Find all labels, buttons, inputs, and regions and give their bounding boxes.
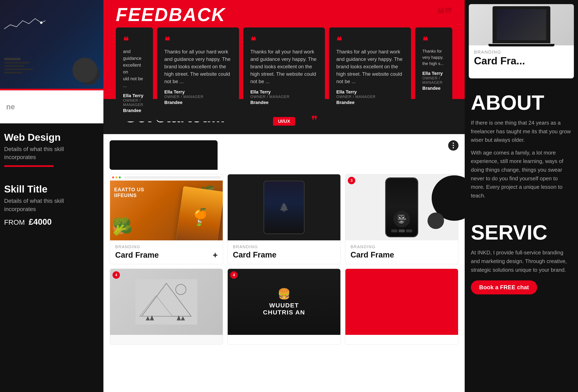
work-card-info-3: BRANDING Card Frame <box>345 240 458 263</box>
svg-rect-6 <box>135 279 197 325</box>
food-site-content: EAATTO USIIFEUINS 🌿 <box>110 180 223 240</box>
feedback-brand-1: Brandee <box>164 100 232 105</box>
about-section: ABOUT If there is one thing that 24 year… <box>465 83 578 212</box>
feedback-text-2: Thanks for all your hard work and guidan… <box>250 48 318 85</box>
svg-rect-2 <box>4 62 29 64</box>
deco-circle-small <box>428 213 444 229</box>
card-plus-1: + <box>213 251 218 260</box>
work-section-header: MY WORK <box>110 140 458 170</box>
tablet-screen-content: 🌲 <box>264 181 304 233</box>
quote-mark-card1: ❝ <box>164 36 232 46</box>
feedback-author-1: Ella Terry <box>164 89 232 95</box>
laptop-screen <box>497 9 546 40</box>
card-title-1: Card Frame <box>115 251 159 260</box>
laptop-mockup <box>492 6 550 43</box>
card-number-3: 3 <box>348 177 355 184</box>
laptop-base <box>488 44 554 46</box>
card-category-2: BRANDING <box>233 245 335 249</box>
web-design-underline <box>4 165 54 167</box>
skill-title-section: Skill Title Details of what this skill i… <box>0 173 103 232</box>
services-title: SERVIC <box>471 220 572 244</box>
work-card-1[interactable]: EAATTO USIIFEUINS 🌿 <box>110 174 223 264</box>
feedback-author-2: Ella Terry <box>250 89 318 95</box>
laptop-screen-content <box>497 9 546 40</box>
feedback-role-partial-right: OWNER / MANAGER <box>422 76 445 85</box>
svg-rect-1 <box>4 58 21 60</box>
work-card-image-2: 🌲 <box>228 174 340 240</box>
card-title-row-1: Card Frame + <box>115 251 218 260</box>
sketch-content <box>110 269 223 335</box>
price-label: FROM <box>4 218 25 226</box>
feedback-section: FEEDBACK ❝❞ ❝ and guidanceexcellent onul… <box>103 0 465 99</box>
work-card-5[interactable]: 4 🍔 WUUDETCHUTRIS AN <box>227 268 341 345</box>
quote-icon-top: ❝❞ <box>436 7 452 21</box>
web-design-desc: Details of what this skill incorporates <box>4 145 97 161</box>
feedback-card-partial-left: ❝ and guidanceexcellent onuld not be ...… <box>116 27 153 122</box>
feedback-text-partial-right: Thanks forvery happy.the high s... <box>422 48 445 67</box>
right-branding-card[interactable]: BRANDING Card Fra... <box>469 4 574 78</box>
work-card-info-6 <box>345 335 458 344</box>
phone-device: 👺 <box>385 177 418 237</box>
feedback-text-partial: and guidanceexcellent onuld not be ... <box>123 48 146 89</box>
phone-btn-1 <box>391 229 397 232</box>
work-card-4[interactable]: 4 <box>110 268 223 345</box>
red-quote-decorations-2: ❝ <box>262 17 266 27</box>
browser-dot-yellow <box>115 176 117 178</box>
feedback-card-3: ❝ Thanks for all your hard work and guid… <box>329 27 411 122</box>
card-title-row-3: Card Frame <box>350 251 453 259</box>
character-icon: 👺 <box>396 214 407 224</box>
feedback-card-partial-right: ❝ Thanks forvery happy.the high s... Ell… <box>415 27 452 122</box>
book-free-chat-button[interactable]: Book a FREE chat <box>471 280 537 294</box>
three-dots-button[interactable] <box>448 140 458 151</box>
quote-mark-partial-right: ❝ <box>422 36 445 46</box>
services-text: At INKD, I provide full-service branding… <box>471 248 572 274</box>
work-card-6[interactable] <box>345 268 458 345</box>
red-quote-decorations: ❝ <box>253 21 259 33</box>
price-value: £4000 <box>29 217 52 226</box>
feedback-role-1: OWNER / MANAGER <box>164 95 232 99</box>
feedback-role-3: OWNER / MANAGER <box>336 95 404 99</box>
my-work-title-container: MY WORK <box>110 140 218 170</box>
feedback-role-2: OWNER / MANAGER <box>250 95 318 99</box>
work-card-image-5: 🍔 WUUDETCHUTRIS AN <box>228 269 340 335</box>
food-overlay-card: 🍊 🍃 <box>176 186 223 240</box>
right-card-category: BRANDING <box>474 49 569 55</box>
svg-rect-5 <box>4 72 23 73</box>
tablet-device: 🌲 <box>263 180 305 234</box>
feedback-brand-partial: Brandee <box>123 108 146 113</box>
panel-lines-icon <box>4 58 41 78</box>
quote-mark-1: ❝ <box>123 36 146 46</box>
feedback-text-1: Thanks for all your hard work and guidan… <box>164 48 232 85</box>
circle-chart-icon <box>79 64 99 85</box>
red-dots-decoration: ❞ <box>311 113 319 128</box>
feedback-author-partial-right: Ella Terry <box>422 71 445 76</box>
skill-title: Skill Title <box>4 183 97 195</box>
skill-price: FROM £4000 <box>4 217 97 226</box>
work-card-image-1: EAATTO USIIFEUINS 🌿 <box>110 174 223 240</box>
sidebar-white-text: ne <box>6 103 15 111</box>
work-section: MY WORK <box>103 134 465 392</box>
work-card-2[interactable]: 🌲 BRANDING Card Frame <box>227 174 341 264</box>
right-card-image <box>469 4 574 45</box>
burger-emoji: 🍔 <box>263 288 305 300</box>
svg-rect-4 <box>4 69 33 70</box>
feedback-card-1: ❝ Thanks for all your hard work and guid… <box>157 27 239 122</box>
feedback-brand-3: Brandee <box>336 100 404 105</box>
sidebar-top-image <box>0 0 103 89</box>
right-card-title: Card Fra... <box>474 55 569 67</box>
svg-point-0 <box>40 21 43 24</box>
card-title-2: Card Frame <box>233 251 276 259</box>
burger-title-text: WUUDETCHUTRIS AN <box>263 302 305 316</box>
about-title: ABOUT <box>471 91 572 115</box>
right-sidebar: BRANDING Card Fra... ABOUT If there is o… <box>465 0 578 392</box>
web-design-title: Web Design <box>4 132 97 143</box>
feedback-role-partial: OWNER / MANAGER <box>123 98 146 107</box>
card-title-row-2: Card Frame <box>233 251 335 259</box>
feedback-title: FEEDBACK <box>116 2 226 25</box>
work-card-info-1: BRANDING Card Frame + <box>110 240 223 264</box>
browser-dot-green <box>119 176 121 178</box>
services-section: SERVIC At INKD, I provide full-service b… <box>465 212 578 303</box>
work-card-image-6 <box>345 269 458 335</box>
phone-screen-content: 👺 <box>386 178 417 236</box>
phone-avatar: 👺 <box>393 211 410 227</box>
